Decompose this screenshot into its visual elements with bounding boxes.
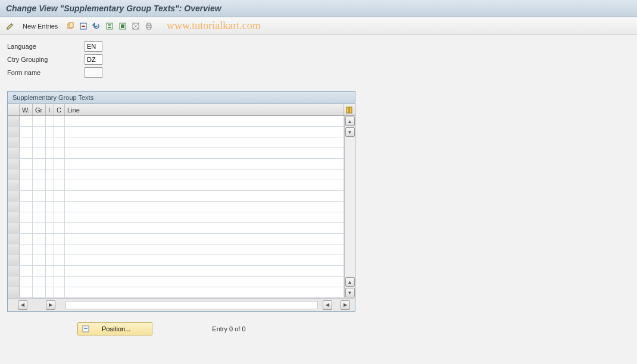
cell-c[interactable] xyxy=(54,116,65,126)
table-row[interactable] xyxy=(8,116,344,127)
cell-c[interactable] xyxy=(54,212,65,222)
cell-i[interactable] xyxy=(46,266,54,276)
cell-c[interactable] xyxy=(54,148,65,158)
cell-i[interactable] xyxy=(46,255,54,265)
cell-c[interactable] xyxy=(54,266,65,276)
cell-c[interactable] xyxy=(54,277,65,287)
cell-w[interactable] xyxy=(20,223,33,233)
cell-i[interactable] xyxy=(46,170,54,180)
scroll-down-bottom-icon[interactable]: ▼ xyxy=(345,288,355,297)
cell-gr[interactable] xyxy=(33,202,46,212)
row-selector[interactable] xyxy=(8,180,20,190)
cell-i[interactable] xyxy=(46,234,54,244)
table-row[interactable] xyxy=(8,212,344,223)
cell-c[interactable] xyxy=(54,287,65,297)
scroll-track[interactable] xyxy=(345,137,355,277)
cell-w[interactable] xyxy=(20,277,33,287)
cell-line[interactable] xyxy=(65,287,344,297)
cell-line[interactable] xyxy=(65,266,344,276)
cell-w[interactable] xyxy=(20,191,33,201)
cell-line[interactable] xyxy=(65,234,344,244)
cell-c[interactable] xyxy=(54,234,65,244)
cell-gr[interactable] xyxy=(33,148,46,158)
table-row[interactable] xyxy=(8,287,344,298)
language-input[interactable] xyxy=(85,41,102,52)
cell-line[interactable] xyxy=(65,159,344,169)
col-header-i[interactable]: I xyxy=(46,104,54,115)
select-block-icon[interactable] xyxy=(117,21,128,32)
cell-gr[interactable] xyxy=(33,170,46,180)
table-row[interactable] xyxy=(8,244,344,255)
cell-i[interactable] xyxy=(46,223,54,233)
row-selector[interactable] xyxy=(8,170,20,180)
cell-i[interactable] xyxy=(46,244,54,255)
cell-w[interactable] xyxy=(20,127,33,137)
form-name-input[interactable] xyxy=(85,67,102,78)
row-selector[interactable] xyxy=(8,244,20,255)
row-selector[interactable] xyxy=(8,212,20,222)
col-header-c[interactable]: C xyxy=(54,104,65,115)
cell-gr[interactable] xyxy=(33,180,46,190)
scroll-up-bottom-icon[interactable]: ▲ xyxy=(345,277,355,287)
cell-w[interactable] xyxy=(20,202,33,212)
cell-w[interactable] xyxy=(20,266,33,276)
row-selector[interactable] xyxy=(8,148,20,158)
cell-line[interactable] xyxy=(65,244,344,255)
cell-gr[interactable] xyxy=(33,127,46,137)
table-row[interactable] xyxy=(8,255,344,266)
cell-gr[interactable] xyxy=(33,191,46,201)
cell-c[interactable] xyxy=(54,191,65,201)
cell-c[interactable] xyxy=(54,255,65,265)
scroll-left-icon[interactable]: ◀ xyxy=(18,300,27,310)
table-row[interactable] xyxy=(8,148,344,159)
row-selector[interactable] xyxy=(8,234,20,244)
row-selector[interactable] xyxy=(8,116,20,126)
row-selector[interactable] xyxy=(8,202,20,212)
row-selector[interactable] xyxy=(8,137,20,148)
cell-i[interactable] xyxy=(46,137,54,148)
table-row[interactable] xyxy=(8,191,344,202)
table-row[interactable] xyxy=(8,137,344,148)
table-row[interactable] xyxy=(8,277,344,287)
scroll-up-icon[interactable]: ▲ xyxy=(345,117,355,126)
table-row[interactable] xyxy=(8,223,344,234)
cell-w[interactable] xyxy=(20,116,33,126)
cell-line[interactable] xyxy=(65,277,344,287)
cell-line[interactable] xyxy=(65,137,344,148)
scroll-left-end-icon[interactable]: ◀ xyxy=(323,300,332,310)
row-selector-header[interactable] xyxy=(8,104,20,115)
cell-c[interactable] xyxy=(54,159,65,169)
cell-i[interactable] xyxy=(46,287,54,297)
copy-icon[interactable] xyxy=(65,21,76,32)
row-selector[interactable] xyxy=(8,255,20,265)
cell-gr[interactable] xyxy=(33,234,46,244)
cell-line[interactable] xyxy=(65,148,344,158)
cell-w[interactable] xyxy=(20,159,33,169)
cell-gr[interactable] xyxy=(33,266,46,276)
cell-i[interactable] xyxy=(46,191,54,201)
delete-icon[interactable] xyxy=(78,21,89,32)
table-row[interactable] xyxy=(8,266,344,277)
cell-w[interactable] xyxy=(20,234,33,244)
cell-line[interactable] xyxy=(65,180,344,190)
cell-line[interactable] xyxy=(65,170,344,180)
scroll-down-icon[interactable]: ▼ xyxy=(345,127,355,137)
cell-line[interactable] xyxy=(65,212,344,222)
cell-gr[interactable] xyxy=(33,255,46,265)
row-selector[interactable] xyxy=(8,277,20,287)
ctry-grouping-input[interactable] xyxy=(85,54,102,65)
cell-line[interactable] xyxy=(65,223,344,233)
cell-gr[interactable] xyxy=(33,116,46,126)
row-selector[interactable] xyxy=(8,266,20,276)
row-selector[interactable] xyxy=(8,223,20,233)
table-row[interactable] xyxy=(8,202,344,212)
hscroll-track[interactable] xyxy=(65,301,318,309)
col-header-w[interactable]: W. xyxy=(20,104,33,115)
cell-c[interactable] xyxy=(54,170,65,180)
cell-gr[interactable] xyxy=(33,223,46,233)
cell-c[interactable] xyxy=(54,127,65,137)
cell-line[interactable] xyxy=(65,191,344,201)
cell-w[interactable] xyxy=(20,148,33,158)
row-selector[interactable] xyxy=(8,287,20,297)
cell-c[interactable] xyxy=(54,244,65,255)
